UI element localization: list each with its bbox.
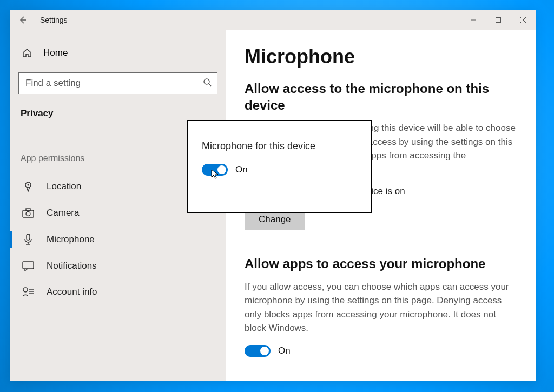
app-title: Settings	[40, 16, 68, 24]
svg-point-10	[26, 212, 30, 216]
arrow-left-icon	[18, 16, 27, 24]
camera-icon	[22, 208, 35, 218]
apps-access-toggle-row: On	[245, 345, 517, 357]
sidebar-item-label: Location	[47, 181, 81, 192]
section2-heading: Allow apps to access your microphone	[245, 255, 517, 272]
notifications-icon	[22, 261, 35, 271]
search-icon	[203, 78, 212, 89]
device-microphone-toggle[interactable]	[202, 164, 228, 176]
location-icon	[22, 181, 35, 192]
sidebar-item-label: Microphone	[47, 234, 95, 245]
section2-description: If you allow access, you can choose whic…	[245, 280, 517, 335]
section-apps-access: Allow apps to access your microphone If …	[245, 255, 517, 356]
maximize-icon	[495, 17, 502, 23]
search-box[interactable]	[18, 72, 217, 94]
back-button[interactable]	[10, 10, 36, 30]
svg-point-16	[23, 288, 28, 292]
close-icon	[520, 17, 526, 23]
flyout-title: Microphone for this device	[202, 141, 357, 152]
svg-rect-12	[27, 234, 30, 240]
svg-point-8	[28, 184, 29, 186]
close-button[interactable]	[511, 10, 536, 30]
search-input[interactable]	[25, 78, 203, 89]
sidebar-item-label: Notifications	[47, 261, 97, 271]
minimize-button[interactable]	[461, 10, 486, 30]
svg-line-6	[209, 84, 211, 86]
home-nav[interactable]: Home	[18, 43, 217, 63]
minimize-icon	[470, 17, 477, 23]
window-controls	[461, 10, 536, 30]
sidebar-item-account-info[interactable]: Account info	[18, 279, 217, 305]
sidebar-item-microphone[interactable]: Microphone	[18, 226, 217, 253]
device-microphone-flyout: Microphone for this device On	[187, 120, 372, 213]
maximize-button[interactable]	[486, 10, 511, 30]
home-label: Home	[43, 48, 68, 58]
svg-rect-2	[496, 18, 501, 23]
category-heading: Privacy	[18, 106, 217, 121]
apps-access-toggle-label: On	[278, 346, 291, 356]
apps-access-toggle[interactable]	[245, 345, 271, 357]
account-info-icon	[22, 287, 35, 297]
section1-heading: Allow access to the microphone on this d…	[245, 80, 517, 114]
svg-rect-15	[23, 262, 34, 269]
home-icon	[21, 48, 34, 58]
sidebar-item-label: Account info	[47, 287, 97, 297]
title-bar: Settings	[10, 10, 536, 30]
device-toggle-label: On	[235, 164, 248, 175]
svg-point-5	[204, 79, 209, 84]
page-title: Microphone	[245, 45, 517, 68]
microphone-icon	[22, 234, 35, 245]
svg-rect-11	[26, 209, 30, 211]
sidebar-item-notifications[interactable]: Notifications	[18, 253, 217, 279]
sidebar-item-label: Camera	[47, 208, 79, 218]
device-toggle-row: On	[202, 164, 357, 176]
